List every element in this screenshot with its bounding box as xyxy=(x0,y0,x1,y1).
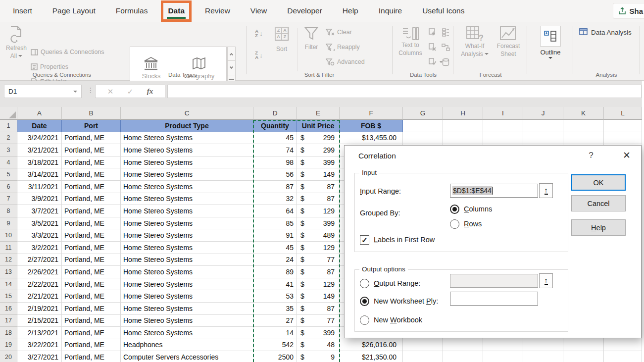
queries-connections-button[interactable]: Queries & Connections xyxy=(31,47,104,57)
cell-C2[interactable]: Home Stereo Systems xyxy=(121,132,253,145)
cell-G19[interactable] xyxy=(403,339,443,352)
cell-E15[interactable]: $149 xyxy=(297,290,340,303)
cell-E19[interactable]: $48 xyxy=(297,339,340,352)
cell-A1[interactable]: Date xyxy=(17,120,62,132)
cell-D11[interactable]: 45 xyxy=(253,242,297,254)
tab-data[interactable]: Data xyxy=(168,0,185,22)
cell-B4[interactable]: Portland, ME xyxy=(62,156,121,169)
cell-C16[interactable]: Home Stereo Systems xyxy=(121,303,253,315)
sort-button[interactable]: ZA AZ Sort xyxy=(270,27,293,52)
column-header-L[interactable]: L xyxy=(604,107,642,120)
cell-C20[interactable]: Computer Servers Accessories xyxy=(121,351,253,362)
cell-I19[interactable] xyxy=(483,339,523,352)
cell-E11[interactable]: $129 xyxy=(297,242,340,254)
cell-E6[interactable]: $87 xyxy=(297,181,340,193)
cell-A3[interactable]: 3/21/2021 xyxy=(17,144,62,156)
output-range-field[interactable] xyxy=(450,274,538,288)
cell-D2[interactable]: 45 xyxy=(253,132,297,145)
cell-E3[interactable]: $299 xyxy=(297,144,340,156)
advanced-filter-button[interactable]: Advanced xyxy=(326,56,365,67)
input-range-picker-button[interactable]: ↑ xyxy=(539,183,553,198)
cell-C5[interactable]: Home Stereo Systems xyxy=(121,168,253,181)
cell-B10[interactable]: Portland, ME xyxy=(62,229,121,242)
cell-A12[interactable]: 2/27/2021 xyxy=(17,254,62,266)
cell-B11[interactable]: Portland, ME xyxy=(62,242,121,254)
cell-D7[interactable]: 32 xyxy=(253,193,297,206)
row-header-2[interactable]: 2 xyxy=(0,132,17,145)
cell-D9[interactable]: 85 xyxy=(253,217,297,230)
cell-C12[interactable]: Home Stereo Systems xyxy=(121,254,253,266)
cell-H2[interactable] xyxy=(443,132,483,145)
column-header-J[interactable]: J xyxy=(523,107,563,120)
name-box[interactable]: D1 xyxy=(4,85,82,98)
row-header-15[interactable]: 15 xyxy=(0,290,17,303)
cell-E8[interactable]: $129 xyxy=(297,205,340,217)
row-header-8[interactable]: 8 xyxy=(0,205,17,217)
cell-A18[interactable]: 2/13/2021 xyxy=(17,327,62,339)
row-header-3[interactable]: 3 xyxy=(0,144,17,156)
cell-A16[interactable]: 2/19/2021 xyxy=(17,303,62,315)
cell-A17[interactable]: 2/15/2021 xyxy=(17,315,62,327)
cell-H19[interactable] xyxy=(443,339,483,352)
cell-E4[interactable]: $399 xyxy=(297,156,340,169)
cell-I20[interactable] xyxy=(483,351,523,362)
row-header-19[interactable]: 19 xyxy=(0,339,17,352)
cell-D3[interactable]: 74 xyxy=(253,144,297,156)
output-range-picker-button[interactable]: ↑ xyxy=(539,273,553,288)
column-header-F[interactable]: F xyxy=(340,107,403,120)
cell-H1[interactable] xyxy=(443,120,483,132)
cell-D4[interactable]: 98 xyxy=(253,156,297,169)
cell-D16[interactable]: 35 xyxy=(253,303,297,315)
cell-C9[interactable]: Home Stereo Systems xyxy=(121,217,253,230)
cell-F20[interactable]: $21,350.00 xyxy=(340,351,403,362)
cell-E20[interactable]: $9 xyxy=(297,351,340,362)
cell-C10[interactable]: Home Stereo Systems xyxy=(121,229,253,242)
cell-B12[interactable]: Portland, ME xyxy=(62,254,121,266)
cell-G20[interactable] xyxy=(403,351,443,362)
forecast-sheet-button[interactable]: Forecast Sheet xyxy=(493,26,524,57)
refresh-all-button[interactable]: Refresh All xyxy=(4,26,29,59)
cell-A13[interactable]: 2/26/2021 xyxy=(17,266,62,278)
sort-descending-button[interactable]: ZA ↓ xyxy=(250,48,267,62)
tab-view[interactable]: View xyxy=(250,0,267,22)
insert-function-icon[interactable]: fx xyxy=(147,87,153,96)
cell-E2[interactable]: $299 xyxy=(297,132,340,145)
cell-A6[interactable]: 3/11/2021 xyxy=(17,181,62,193)
cell-C7[interactable]: Home Stereo Systems xyxy=(121,193,253,206)
row-header-18[interactable]: 18 xyxy=(0,327,17,339)
reapply-filter-button[interactable]: Reapply xyxy=(326,42,360,52)
cell-D1[interactable]: Quantity xyxy=(253,120,297,132)
cell-A9[interactable]: 3/5/2021 xyxy=(17,217,62,230)
cell-B2[interactable]: Portland, ME xyxy=(62,132,121,145)
grouped-by-columns-radio[interactable] xyxy=(450,205,459,214)
row-header-10[interactable]: 10 xyxy=(0,229,17,242)
cell-K1[interactable] xyxy=(563,120,604,132)
cell-D13[interactable]: 89 xyxy=(253,266,297,278)
cell-E17[interactable]: $77 xyxy=(297,315,340,327)
cell-F19[interactable]: $26,016.00 xyxy=(340,339,403,352)
row-header-11[interactable]: 11 xyxy=(0,242,17,254)
row-header-5[interactable]: 5 xyxy=(0,168,17,181)
dialog-close-button[interactable]: ✕ xyxy=(620,150,634,161)
cell-J19[interactable] xyxy=(523,339,563,352)
cell-E5[interactable]: $149 xyxy=(297,168,340,181)
cell-J1[interactable] xyxy=(523,120,563,132)
cell-D20[interactable]: 2500 xyxy=(253,351,297,362)
cell-E18[interactable]: $399 xyxy=(297,327,340,339)
tab-inquire[interactable]: Inquire xyxy=(379,0,402,22)
output-range-radio[interactable] xyxy=(360,279,369,288)
gallery-up-button[interactable] xyxy=(227,47,236,61)
cell-A19[interactable]: 3/22/2021 xyxy=(17,339,62,352)
cell-F1[interactable]: FOB $ xyxy=(340,120,403,132)
cell-B3[interactable]: Portland, ME xyxy=(62,144,121,156)
cell-D17[interactable]: 27 xyxy=(253,315,297,327)
new-workbook-radio[interactable] xyxy=(360,315,369,325)
cell-C15[interactable]: Home Stereo Systems xyxy=(121,290,253,303)
cell-C13[interactable]: Home Stereo Systems xyxy=(121,266,253,278)
cell-E12[interactable]: $77 xyxy=(297,254,340,266)
cell-A14[interactable]: 2/22/2021 xyxy=(17,278,62,291)
tab-useful-icons[interactable]: Useful Icons xyxy=(422,0,464,22)
cell-D15[interactable]: 53 xyxy=(253,290,297,303)
cell-B14[interactable]: Portland, ME xyxy=(62,278,121,291)
new-worksheet-ply-radio[interactable] xyxy=(360,297,369,306)
